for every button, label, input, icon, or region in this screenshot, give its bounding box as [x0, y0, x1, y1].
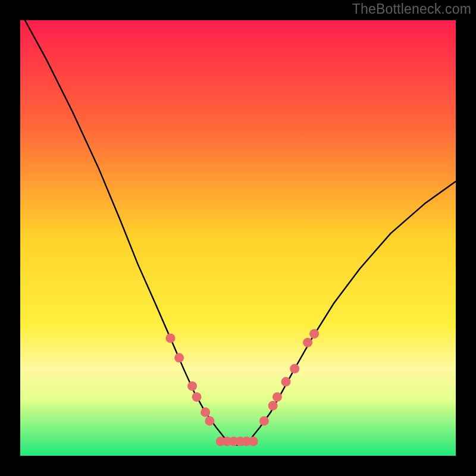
highlight-point: [249, 437, 258, 446]
highlight-point: [303, 338, 312, 347]
chart-frame: TheBottleneck.com: [0, 0, 476, 476]
highlight-point: [166, 333, 176, 343]
highlight-point: [290, 364, 299, 374]
highlight-point: [187, 381, 197, 391]
highlight-point: [259, 416, 269, 425]
highlight-point: [309, 329, 319, 339]
gradient-background: [20, 20, 456, 456]
plot-area: [20, 20, 456, 456]
highlight-point: [273, 392, 282, 402]
highlight-point: [174, 353, 184, 362]
highlight-point: [281, 377, 291, 387]
highlight-point: [192, 392, 202, 402]
bottleneck-chart: [20, 20, 456, 456]
highlight-point: [201, 408, 210, 417]
highlight-point: [268, 401, 278, 411]
watermark-text: TheBottleneck.com: [352, 1, 471, 17]
highlight-point: [205, 416, 214, 425]
